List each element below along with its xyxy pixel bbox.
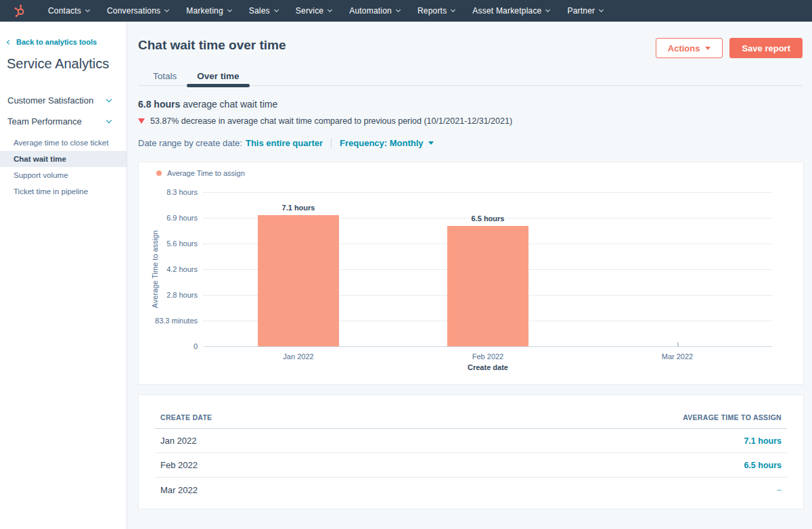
cell-create-date: Jan 2022 [160,436,197,446]
back-link-label: Back to analytics tools [16,38,97,46]
sidebar-item-average-time-to-close-ticket[interactable]: Average time to close ticket [0,135,127,151]
decrease-triangle-icon [138,118,145,124]
bar-feb-2022[interactable] [447,226,528,346]
y-tick-label: 8.3 hours [139,188,198,196]
x-axis-title: Create date [204,363,772,371]
summary-block: 6.8 hours average chat wait time 53.87% … [138,99,803,126]
save-report-button[interactable]: Save report [729,38,803,58]
bar-value-label: 7.1 hours [258,204,339,212]
date-range-label: Date range by create date: [138,138,242,148]
tab-over-time[interactable]: Over time [187,67,249,85]
y-tick-label: 0 [139,342,198,350]
cell-average-time[interactable]: 6.5 hours [744,461,782,470]
nav-item-label: Marketing [186,6,223,16]
nav-item-label: Partner [567,6,595,16]
nav-item-marketing[interactable]: Marketing [177,0,240,22]
sidebar: Back to analytics tools Service Analytic… [0,22,127,529]
sidebar-item-support-volume[interactable]: Support volume [0,167,127,183]
cell-create-date: Feb 2022 [160,460,198,470]
caret-down-icon [428,141,434,145]
nav-item-label: Asset Marketplace [472,6,541,16]
nav-item-asset-marketplace[interactable]: Asset Marketplace [464,0,558,22]
y-tick-label: 4.2 hours [139,265,198,273]
data-table-card: CREATE DATE AVERAGE TIME TO ASSIGN Jan 2… [138,394,804,509]
frequency-value: Monthly [390,138,424,148]
hubspot-logo[interactable] [0,4,39,18]
chevron-down-icon [227,7,232,12]
chevron-down-icon [396,7,401,12]
summary-value: 6.8 hours [138,99,180,110]
sprocket-icon [13,4,26,18]
chevron-down-icon [599,7,604,12]
x-tick-label: Feb 2022 [447,352,528,361]
chevron-down-icon [106,118,112,123]
sidebar-section-customer-satisfaction[interactable]: Customer Satisfaction [0,90,127,111]
sidebar-sub-list: Average time to close ticketChat wait ti… [0,135,127,200]
summary-change: 53.87% decrease in average chat wait tim… [138,116,803,126]
sidebar-section-label: Team Performance [7,116,82,127]
table-body: Jan 20227.1 hoursFeb 20226.5 hoursMar 20… [155,429,787,502]
cell-create-date: Mar 2022 [160,485,198,495]
nav-item-service[interactable]: Service [287,0,340,22]
nav-item-partner[interactable]: Partner [558,0,612,22]
nav-item-sales[interactable]: Sales [240,0,287,22]
y-tick-label: 6.9 hours [139,214,198,222]
sidebar-item-chat-wait-time[interactable]: Chat wait time [0,151,127,167]
main-content: Chat wait time over time Actions Save re… [127,22,812,529]
table-row: Mar 2022– [155,478,787,502]
sidebar-section-team-performance[interactable]: Team Performance [0,111,127,132]
date-range-value-link[interactable]: This entire quarter [246,138,323,148]
chevron-down-icon [545,7,550,12]
page-title: Chat wait time over time [138,38,286,53]
actions-button[interactable]: Actions [656,38,723,58]
nav-menu: ContactsConversationsMarketingSalesServi… [39,0,612,22]
summary-value-suffix: average chat wait time [183,99,277,110]
nav-item-label: Sales [249,6,270,16]
nav-item-label: Automation [349,6,392,16]
sidebar-section-label: Customer Satisfaction [7,95,93,106]
chevron-down-icon [164,7,169,12]
tab-totals[interactable]: Totals [143,67,187,85]
nav-item-label: Conversations [107,6,160,16]
x-tick-label: Mar 2022 [637,352,718,361]
tab-bar: TotalsOver time [132,67,812,85]
y-tick-label: 5.6 hours [139,239,198,248]
sidebar-title: Service Analytics [7,56,118,72]
summary-change-text: 53.87% decrease in average chat wait tim… [150,116,512,126]
nav-item-label: Contacts [48,6,81,16]
table-row: Feb 20226.5 hours [155,453,787,478]
x-tick-label: Jan 2022 [258,352,339,361]
bar-chart: Average Time to assign Create date 8.3 h… [139,162,803,384]
nav-item-label: Reports [418,6,447,16]
nav-item-automation[interactable]: Automation [340,0,409,22]
nav-item-contacts[interactable]: Contacts [39,0,98,22]
gridline [204,192,772,193]
save-report-label: Save report [742,43,790,53]
table-row: Jan 20227.1 hours [155,429,787,453]
filter-bar: Date range by create date: This entire q… [138,138,803,148]
y-tick-label: 2.8 hours [139,291,198,299]
nav-item-label: Service [296,6,323,16]
table-header-row: CREATE DATE AVERAGE TIME TO ASSIGN [155,395,787,429]
y-tick-label: 83.3 minutes [139,317,198,325]
bar-value-label: 6.5 hours [447,214,528,223]
x-axis-tick [677,342,679,346]
top-navigation: ContactsConversationsMarketingSalesServi… [0,0,812,22]
back-to-analytics-link[interactable]: Back to analytics tools [7,38,118,46]
frequency-dropdown[interactable]: Frequency: Monthly [340,138,434,148]
cell-average-time[interactable]: 7.1 hours [744,436,782,446]
nav-item-conversations[interactable]: Conversations [98,0,177,22]
column-header-average-time: AVERAGE TIME TO ASSIGN [683,413,782,421]
nav-item-reports[interactable]: Reports [409,0,464,22]
x-axis-line [204,346,772,347]
column-header-create-date: CREATE DATE [160,413,212,421]
summary-headline: 6.8 hours average chat wait time [138,99,803,110]
filter-separator [331,139,332,148]
sidebar-item-ticket-time-in-pipeline[interactable]: Ticket time in pipeline [0,183,127,200]
caret-down-icon [705,47,710,50]
chevron-down-icon [451,7,455,12]
chevron-down-icon [106,97,112,102]
bar-jan-2022[interactable] [258,215,339,346]
chevron-down-icon [274,7,279,12]
actions-button-label: Actions [668,43,700,53]
